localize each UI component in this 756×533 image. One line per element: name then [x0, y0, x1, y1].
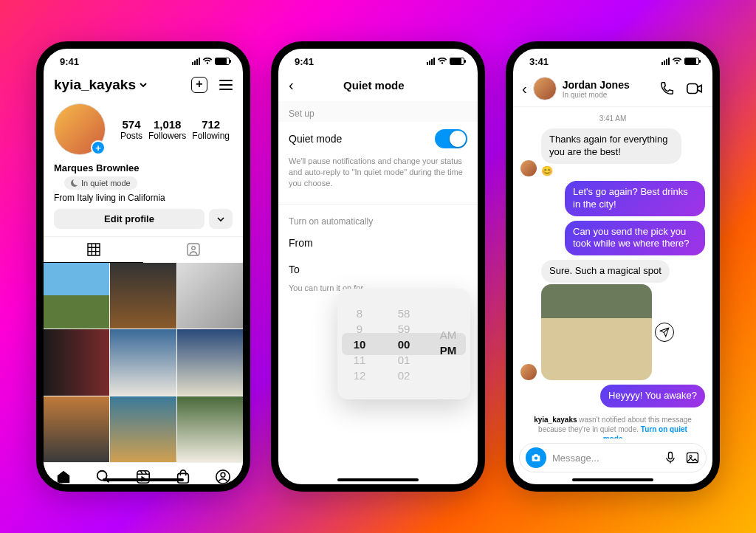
username-dropdown[interactable]: kyia_kayaks: [54, 77, 148, 93]
message-outgoing: Let's go again? Best drinks in the city!: [520, 181, 705, 216]
post-thumbnail[interactable]: [177, 396, 243, 462]
svg-rect-10: [687, 453, 698, 462]
shared-image[interactable]: [541, 284, 652, 380]
svg-point-6: [221, 472, 225, 477]
post-thumbnail[interactable]: [110, 263, 176, 329]
mic-icon[interactable]: [663, 450, 678, 465]
quiet-mode-row: Quiet mode: [278, 122, 478, 156]
grid-icon: [87, 243, 100, 256]
stat-followers[interactable]: 1,018Followers: [148, 118, 186, 141]
signal-icon: [192, 58, 200, 65]
gallery-icon[interactable]: [685, 450, 700, 465]
profile-avatar[interactable]: +: [54, 103, 106, 155]
profile-icon[interactable]: [215, 469, 231, 484]
status-time: 3:41: [529, 56, 549, 67]
profile-header: kyia_kayaks: [44, 74, 243, 99]
svg-rect-7: [687, 84, 698, 94]
svg-point-1: [191, 247, 195, 250]
picker-ampm[interactable]: AM PM: [426, 289, 470, 399]
status-time: 9:41: [60, 56, 79, 67]
share-icon[interactable]: [655, 323, 674, 342]
time-picker[interactable]: 8 9 10 11 12 58 59 00 01 02 AM PM: [337, 289, 470, 399]
moon-icon: [71, 179, 78, 187]
svg-point-11: [690, 455, 692, 458]
svg-point-8: [535, 457, 537, 460]
battery-icon: [215, 58, 230, 65]
quiet-mode-description: We'll pause notifications and change you…: [278, 156, 478, 199]
post-thumbnail[interactable]: [44, 263, 109, 329]
post-thumbnail[interactable]: [110, 329, 176, 395]
wifi-icon: [202, 58, 213, 65]
chat-header-name[interactable]: Jordan Jones In quiet mode: [563, 79, 653, 99]
camera-button[interactable]: [526, 447, 546, 468]
audio-call-icon[interactable]: [659, 80, 676, 97]
to-row[interactable]: To: [278, 256, 478, 283]
status-bar: 9:41: [44, 49, 243, 74]
message-bubble[interactable]: Sure. Such a magical spot: [541, 260, 670, 283]
post-thumbnail[interactable]: [110, 396, 176, 462]
home-icon[interactable]: [55, 469, 72, 484]
quiet-mode-label: Quiet mode: [289, 133, 342, 145]
phone-quiet-mode: 9:41 ‹ Quiet mode Set up Quiet mode We'l…: [271, 41, 485, 492]
post-thumbnail[interactable]: [44, 396, 109, 462]
message-bubble[interactable]: Heyyyy! You awake?: [600, 385, 705, 408]
status-time: 9:41: [295, 56, 314, 67]
stat-following[interactable]: 712Following: [192, 118, 230, 141]
posts-grid: [44, 263, 243, 462]
message-bubble[interactable]: Let's go again? Best drinks in the city!: [565, 181, 705, 216]
phone-chat: 3:41 ‹ Jordan Jones In quiet mode 3:41 A…: [506, 41, 720, 492]
message-incoming: Thanks again for everything you are the …: [520, 128, 705, 176]
chat-timestamp: 3:41 AM: [520, 114, 705, 123]
battery-icon: [450, 58, 464, 65]
post-thumbnail[interactable]: [44, 329, 109, 395]
chevron-down-icon: [139, 80, 148, 89]
search-icon[interactable]: [95, 469, 111, 484]
status-icons: [192, 58, 230, 65]
message-composer: Message...: [519, 443, 707, 472]
message-avatar[interactable]: [520, 160, 537, 176]
home-indicator[interactable]: [572, 478, 653, 481]
message-outgoing: Can you send the pick you took while we …: [520, 221, 705, 256]
from-row[interactable]: From: [278, 230, 478, 256]
shop-icon[interactable]: [175, 469, 191, 484]
message-outgoing: Heyyyy! You awake?: [520, 385, 705, 408]
home-indicator[interactable]: [337, 478, 419, 481]
battery-icon: [684, 58, 699, 65]
back-button[interactable]: ‹: [522, 80, 527, 97]
picker-minutes[interactable]: 58 59 00 01 02: [382, 289, 426, 399]
quiet-mode-notice: kyia_kayaks wasn't notified about this m…: [520, 412, 705, 439]
stat-posts[interactable]: 574Posts: [120, 118, 142, 141]
message-bubble[interactable]: Thanks again for everything you are the …: [541, 128, 681, 164]
reaction-emoji[interactable]: 😊: [541, 165, 681, 176]
create-post-icon[interactable]: [191, 77, 207, 93]
signal-icon: [662, 58, 670, 65]
edit-profile-button[interactable]: Edit profile: [54, 209, 205, 229]
message-input[interactable]: Message...: [552, 453, 657, 464]
menu-icon[interactable]: [219, 80, 233, 90]
tab-tagged[interactable]: [143, 237, 243, 263]
picker-hours[interactable]: 8 9 10 11 12: [337, 289, 382, 399]
suggested-users-button[interactable]: [209, 209, 233, 229]
section-setup: Set up: [278, 101, 478, 122]
status-bar: 3:41: [513, 49, 712, 74]
add-story-badge[interactable]: +: [91, 140, 106, 155]
display-name: Marques Brownlee: [44, 159, 243, 175]
signal-icon: [427, 58, 435, 65]
tagged-icon: [187, 243, 200, 256]
post-thumbnail[interactable]: [177, 329, 243, 395]
quiet-mode-toggle[interactable]: [435, 129, 467, 148]
video-call-icon[interactable]: [686, 80, 704, 97]
message-bubble[interactable]: Can you send the pick you took while we …: [565, 221, 705, 256]
reels-icon[interactable]: [135, 469, 151, 484]
username-text: kyia_kayaks: [54, 77, 136, 93]
divider: [278, 204, 478, 204]
chat-avatar[interactable]: [533, 77, 557, 100]
wifi-icon: [437, 58, 447, 65]
status-bar: 9:41: [278, 49, 478, 74]
tab-grid[interactable]: [44, 237, 143, 263]
phone-profile: 9:41 kyia_kayaks + 574Posts 1,018Followe: [36, 41, 250, 492]
home-indicator[interactable]: [103, 478, 184, 481]
quiet-mode-pill[interactable]: In quiet mode: [64, 176, 137, 190]
post-thumbnail[interactable]: [177, 263, 243, 329]
message-avatar[interactable]: [520, 364, 537, 380]
